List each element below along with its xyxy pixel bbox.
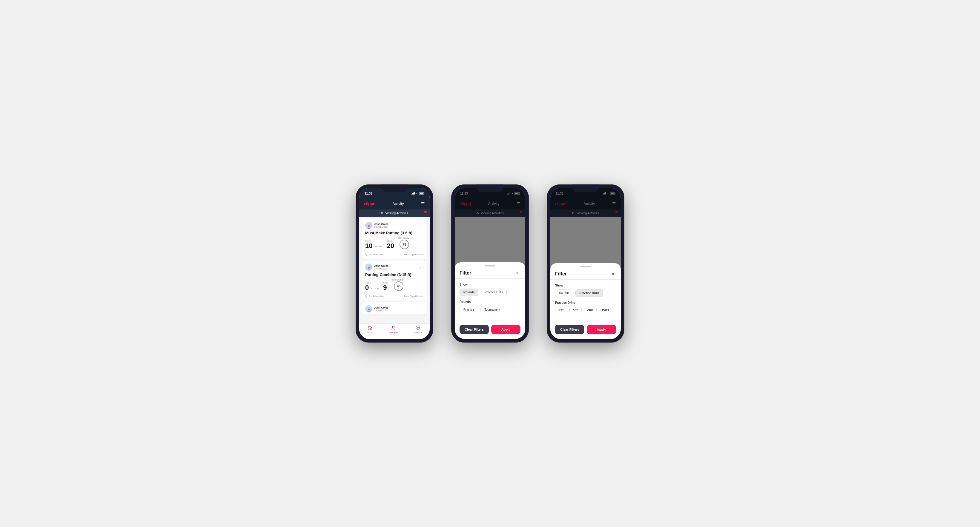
score-value-1: 10 (365, 243, 372, 249)
drill-putt-3[interactable]: PUTT (599, 307, 613, 313)
filter-footer-3: Clear Filters Apply (550, 322, 621, 339)
sq-badge-2: 45 (394, 281, 403, 291)
phone-3-screen: 11:33 ▲ clippd Activity ☰ (550, 188, 621, 339)
drill-arg-3[interactable]: ARG (584, 307, 597, 313)
svg-point-3 (392, 326, 394, 328)
card-1-footer: i Test Information Data: Clippd Capture (365, 251, 424, 256)
filter-close-2[interactable]: ✕ (514, 270, 520, 276)
apply-3[interactable]: Apply (587, 325, 616, 334)
user-name-2: Josh Coles (374, 264, 388, 267)
shots-value-2: 9 (383, 284, 387, 291)
show-label-2: Show (460, 283, 520, 286)
tab-bar-1: 🏠 Home Activities (359, 324, 430, 339)
avatar-1 (365, 222, 372, 229)
btn-practice-drills-2[interactable]: Practice Drills (481, 289, 507, 296)
activity-card-2[interactable]: Josh Coles 28 Feb 2023 ··· Putting Combi… (361, 260, 427, 300)
clear-filters-3[interactable]: Clear Filters (555, 325, 584, 334)
drill-tags-3: OTT APP ARG PUTT (555, 307, 616, 313)
card-2-info[interactable]: i Test Information (365, 295, 384, 297)
banner-dot-1 (424, 211, 427, 213)
wifi-icon-1: ▲ (416, 192, 418, 195)
card-2-data: Data: Clippd Capture (404, 295, 424, 297)
show-label-3: Show (555, 284, 616, 287)
tab-home-1[interactable]: 🏠 Home (367, 325, 373, 337)
score-value-2: 0 (365, 284, 369, 291)
show-buttons-2: Rounds Practice Drills (460, 289, 520, 296)
tab-activities-label-1: Activities (389, 331, 398, 334)
notch-3 (572, 184, 599, 192)
svg-point-1 (368, 267, 370, 268)
drill-ott-3[interactable]: OTT (555, 307, 567, 313)
filter-modal-2: Filter ✕ Show Rounds Practice Drills Rou… (455, 262, 525, 339)
notch-1 (381, 184, 408, 192)
info-icon-1: i (365, 253, 368, 256)
tab-capture-label-1: Capture (414, 331, 422, 334)
btn-tournament-2[interactable]: Tournament (480, 306, 504, 313)
user-info-2: Josh Coles 28 Feb 2023 (365, 264, 388, 271)
nav-bar-1: clippd Activity ☰ (359, 198, 430, 210)
card-2-footer: i Test Information Data: Clippd Capture (365, 293, 424, 297)
phone-2-screen: 11:33 ▲ clippd Activity ☰ (455, 188, 525, 339)
banner-text-1: Viewing Activities (385, 211, 408, 215)
card-3-header: Josh Coles 28 Feb 2023 ··· (365, 305, 424, 313)
apply-2[interactable]: Apply (491, 325, 520, 334)
notch-2 (477, 184, 503, 192)
filter-header-3: Filter ✕ (550, 267, 621, 279)
user-info-1: Josh Coles 28 Feb 2023 (365, 222, 388, 229)
btn-rounds-2[interactable]: Rounds (460, 289, 478, 296)
card-2-menu[interactable]: ··· (420, 265, 424, 270)
card-1-header: Josh Coles 28 Feb 2023 ··· (365, 222, 424, 229)
filter-title-3: Filter (555, 271, 567, 277)
rounds-buttons-2: Practice Tournament (460, 306, 520, 313)
activity-card-1[interactable]: Josh Coles 28 Feb 2023 ··· Must Make Put… (361, 219, 427, 259)
capture-icon-1 (416, 325, 420, 331)
btn-practice-2[interactable]: Practice (460, 306, 478, 313)
drill-app-3[interactable]: APP (570, 307, 582, 313)
sq-label-2: Shot Quality (392, 279, 403, 281)
filter-close-3[interactable]: ✕ (610, 271, 616, 277)
signal-icon-1 (412, 192, 415, 195)
clear-filters-2[interactable]: Clear Filters (460, 325, 489, 334)
phone-1-screen: 11:33 ▲ clippd Activity ☰ (359, 188, 430, 339)
activity-card-3[interactable]: Josh Coles 28 Feb 2023 ··· (361, 302, 427, 314)
viewing-banner-1[interactable]: ⚙ Viewing Activities (359, 210, 430, 217)
card-3-menu[interactable]: ··· (420, 306, 424, 311)
shots-value-1: 20 (387, 242, 394, 249)
card-1-title: Must Make Putting (3-6 ft) (365, 231, 424, 235)
card-1-menu[interactable]: ··· (420, 223, 424, 228)
sq-badge-1: 75 (399, 240, 409, 249)
score-label-1: Score (365, 240, 383, 242)
card-2-stats: Score 0 OUT OF Shots 9 Shot Quality (365, 279, 424, 291)
filter-title-2: Filter (460, 270, 471, 276)
user-date-3: 28 Feb 2023 (374, 309, 388, 312)
practice-drills-label-3: Practice Drills (555, 301, 616, 305)
filter-footer-2: Clear Filters Apply (455, 322, 525, 339)
avatar-3 (365, 305, 372, 313)
filter-header-2: Filter ✕ (455, 267, 525, 278)
user-info-3: Josh Coles 28 Feb 2023 (365, 305, 388, 313)
score-label-2: Score (365, 282, 380, 284)
logo-1: clippd (364, 202, 375, 206)
sq-label-1: Shot Quality (398, 237, 409, 239)
phone-1: 11:33 ▲ clippd Activity ☰ (356, 184, 433, 343)
filter-icon-1: ⚙ (381, 211, 383, 215)
time-1: 11:33 (364, 192, 372, 195)
filter-modal-3: Filter ✕ Show Rounds Practice Drills Pra… (550, 263, 621, 339)
card-1-stats: Score 10 OUT OF Shots 20 Shot Quality (365, 237, 424, 249)
user-date-2: 28 Feb 2023 (374, 267, 388, 270)
battery-icon-1 (419, 192, 424, 195)
phone-3: 11:33 ▲ clippd Activity ☰ (547, 184, 624, 343)
user-date-1: 28 Feb 2023 (374, 225, 388, 228)
user-name-1: Josh Coles (374, 222, 388, 225)
menu-icon-1[interactable]: ☰ (421, 202, 425, 206)
filter-body-2: Show Rounds Practice Drills Rounds Pract… (455, 279, 525, 322)
card-1-info[interactable]: i Test Information (365, 253, 384, 256)
svg-point-0 (368, 225, 370, 227)
svg-point-2 (368, 309, 370, 310)
content-1[interactable]: Josh Coles 28 Feb 2023 ··· Must Make Put… (359, 217, 430, 324)
tab-activities-1[interactable]: Activities (389, 325, 398, 337)
user-name-3: Josh Coles (374, 306, 388, 309)
tab-capture-1[interactable]: Capture (414, 325, 422, 337)
btn-practice-drills-3[interactable]: Practice Drills (575, 289, 603, 297)
btn-rounds-3[interactable]: Rounds (555, 289, 573, 297)
